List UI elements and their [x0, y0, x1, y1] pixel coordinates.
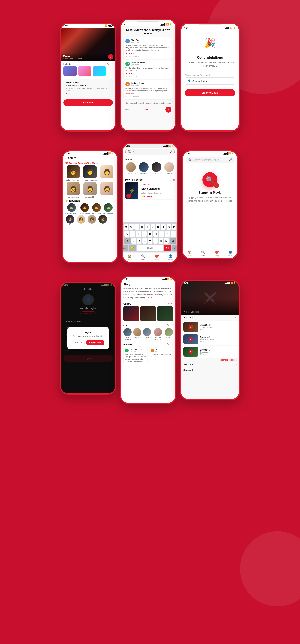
key-mic[interactable]: 🎤 [172, 245, 178, 251]
key-c[interactable]: C [142, 238, 147, 244]
key-a[interactable]: A [124, 231, 129, 237]
search-input-empty[interactable]: 🔍 Search for Movies, Series... 🎤 [185, 157, 235, 163]
key-r[interactable]: R [140, 224, 144, 230]
actor-card-mr[interactable]: 👩 Margot Robbie [82, 182, 98, 198]
gallery-img-2[interactable] [140, 306, 156, 321]
episode-1[interactable]: ▶ Episode 1 Rites of Passage 48 min [181, 321, 239, 333]
top-actor-j[interactable]: 🧑 Johnny [65, 215, 75, 226]
search-input[interactable]: A [133, 150, 168, 153]
key-u[interactable]: U [156, 224, 160, 230]
cast-see-all[interactable]: See all [167, 324, 173, 327]
key-b[interactable]: B [153, 238, 158, 244]
cast-other[interactable]: S. Pa... [165, 328, 173, 340]
mic-icon-empty[interactable]: 🎤 [228, 158, 232, 162]
nav-activity-6[interactable]: ❤️ Activity [214, 250, 219, 256]
key-123[interactable]: 123 [122, 245, 128, 251]
season-3-header[interactable]: Season 3 › [181, 367, 239, 373]
key-space[interactable]: space [137, 245, 163, 251]
episode-play-1[interactable]: ▶ [189, 325, 193, 329]
key-emoji[interactable]: 😊 [129, 245, 136, 251]
cast-emily[interactable]: Emily Blunt [133, 328, 141, 340]
key-j[interactable]: J [159, 231, 164, 237]
list-view-button[interactable]: ☰ [169, 178, 172, 181]
season-2-header[interactable]: Season 2 › [181, 362, 239, 367]
get-started-button[interactable]: Get Started [63, 100, 113, 106]
cast-millicent[interactable]: Millicent Simmonds [153, 328, 163, 340]
key-q[interactable]: Q [124, 224, 128, 230]
reviews-see-all[interactable]: See all [167, 343, 173, 346]
actor-search-emma[interactable]: Emma Watson [125, 162, 137, 176]
nav-home-5[interactable]: 🏠 Home [128, 254, 132, 260]
actor-search-scarlett[interactable]: Scarlett Johansson [163, 162, 175, 176]
episode-3[interactable]: ▶ Episode 3 Dispossessed 47 min [181, 346, 239, 358]
enter-to-movia-button[interactable]: Enter to Movia [185, 89, 235, 96]
key-p[interactable]: P [172, 224, 176, 230]
nav-search-5[interactable]: 🔍 Search [141, 254, 145, 260]
key-o[interactable]: O [166, 224, 171, 230]
top-actor-kg[interactable]: 👩 Karen Gillan [92, 203, 101, 214]
nav-activity-5[interactable]: ❤️ Activity [154, 254, 159, 260]
key-t[interactable]: T [145, 224, 150, 230]
review-mini-2[interactable]: Pe Pe... @p_... There's not a fun ride w… [149, 347, 173, 364]
key-i[interactable]: I [161, 224, 166, 230]
actor-card-sj[interactable]: 🧑 Samuel L. Jackson [82, 165, 98, 181]
key-v[interactable]: V [148, 238, 152, 244]
movie-play-button[interactable]: ▶ [126, 194, 131, 198]
cancel-logout-button[interactable]: Cancel [72, 340, 85, 346]
key-shift[interactable]: ⇧ [124, 238, 131, 244]
more-link[interactable]: More [147, 296, 152, 298]
episode-play-2[interactable]: ▶ [189, 337, 193, 342]
episode-2[interactable]: ▶ Episode 2 Wrath of the Northmen 46 min [181, 333, 239, 345]
key-y[interactable]: Y [150, 224, 155, 230]
mic-icon[interactable]: 🎤 [169, 150, 172, 154]
latests-see-all[interactable]: See all [107, 63, 113, 66]
key-l[interactable]: L [171, 231, 176, 237]
cast-john[interactable]: John Krasinski [123, 328, 132, 340]
key-n[interactable]: N [159, 238, 163, 244]
thumbnail-2[interactable] [78, 66, 92, 76]
key-m[interactable]: M [164, 238, 168, 244]
key-k[interactable]: K [165, 231, 170, 237]
nav-search-6[interactable]: 🔍 Search [201, 250, 205, 256]
key-g[interactable]: G [148, 231, 152, 237]
key-d[interactable]: D [136, 231, 141, 237]
back-arrow[interactable]: ‹ [65, 156, 66, 160]
top-actor-extra-1[interactable]: 👩 [76, 215, 86, 226]
review-mini-1[interactable]: EJ Elizabeth Jones @e_jones Krasinski's … [123, 347, 147, 364]
nav-profile-5[interactable]: 👤 Profile [168, 254, 172, 260]
top-actor-ldc[interactable]: 🧑 Leonardo DiCaprio [65, 203, 78, 214]
season-1-header[interactable]: Season 1 ∨ [181, 315, 239, 320]
key-h[interactable]: H [153, 231, 158, 237]
search-input-box[interactable]: 🔍 A 🎤 [125, 149, 175, 155]
skip-link[interactable]: Skip [125, 108, 129, 111]
gallery-img-1[interactable] [123, 306, 139, 321]
nav-next-button[interactable]: › [165, 106, 171, 112]
gallery-img-3[interactable] [157, 306, 173, 321]
nav-profile-6[interactable]: 👤 Profile [228, 250, 233, 256]
confirm-logout-button[interactable]: Logout Now [86, 340, 104, 346]
actor-card-3[interactable]: 👩 [99, 165, 115, 181]
thumbnail-3[interactable] [93, 66, 106, 76]
gallery-see-all[interactable]: See all [167, 302, 173, 305]
actor-card-ew[interactable]: 👩 Emma Watson [65, 182, 81, 198]
nav-home-6[interactable]: 🏠 Home [187, 250, 192, 256]
see-more-episodes[interactable]: See more episodes [181, 358, 239, 362]
key-f[interactable]: F [142, 231, 147, 237]
hero-play-button[interactable]: ▶ [108, 54, 113, 60]
top-actor-son[interactable]: 🧑 Son [98, 215, 108, 226]
movie-result-black-lightning[interactable]: ⚡ ▶ 4 sessions Black Lightning Action · … [125, 182, 175, 199]
close-button[interactable]: ✕ [234, 31, 237, 35]
episode-play-3[interactable]: ▶ [189, 350, 193, 354]
grid-view-button[interactable]: ⊞ [172, 178, 175, 181]
actor-card-rdj[interactable]: 🧑 Robert Downey Jr. [65, 165, 81, 181]
key-w[interactable]: W [129, 224, 134, 230]
key-backspace[interactable]: ⌫ [169, 238, 176, 244]
key-go[interactable]: Go [164, 245, 171, 251]
key-z[interactable]: Z [132, 238, 136, 244]
name-input-display[interactable]: 👤 Sophia Taylor [185, 78, 235, 84]
thumbnail-1[interactable] [63, 66, 77, 76]
actor-card-scj[interactable]: 👩 [99, 182, 115, 198]
top-actor-dj[interactable]: 🧑 Dwayne Johnson [79, 203, 90, 214]
top-actor-extra-2[interactable]: 👩 [87, 215, 97, 226]
cast-cillian[interactable]: Cillian Murphy [143, 328, 151, 340]
